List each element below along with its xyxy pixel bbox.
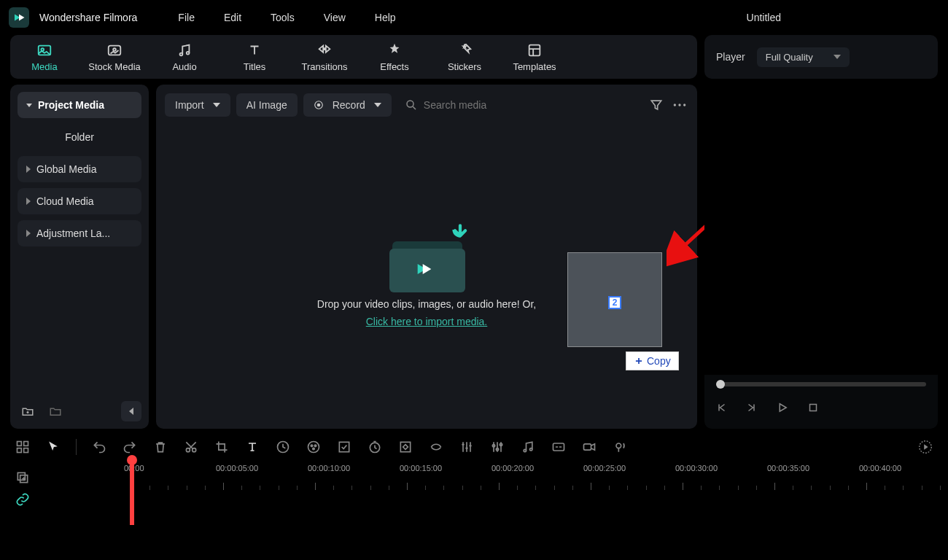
cursor-icon[interactable] (45, 439, 61, 455)
tab-templates[interactable]: Templates (506, 42, 563, 72)
ruler-label: 00:00:20:00 (492, 464, 534, 472)
svg-rect-17 (18, 448, 22, 453)
media-panel: Import AI Image Record (156, 85, 697, 429)
adjust-button[interactable] (459, 439, 475, 455)
menu-file[interactable]: File (166, 7, 206, 28)
add-track-button[interactable] (15, 470, 31, 486)
plus-icon (634, 356, 644, 366)
play-button[interactable] (774, 400, 790, 416)
chevron-right-icon (26, 230, 31, 237)
timeline-ruler[interactable]: 00:0000:00:05:0000:00:10:0000:00:15:0000… (124, 461, 948, 490)
delete-button[interactable] (152, 439, 168, 455)
svg-rect-28 (400, 442, 410, 451)
player-panel (704, 85, 938, 429)
timeline[interactable]: 00:0000:00:05:0000:00:10:0000:00:15:0000… (0, 461, 948, 526)
ribbon-tabs: Media Stock Media Audio Titles Transitio… (10, 35, 697, 79)
timeline-playhead[interactable] (130, 461, 134, 525)
import-illustration (386, 227, 467, 292)
next-frame-button[interactable] (744, 400, 760, 416)
svg-point-4 (180, 52, 183, 55)
new-bin-button[interactable] (45, 401, 66, 421)
sidebar-global-media[interactable]: Global Media (18, 156, 141, 182)
record-tool-button[interactable] (581, 439, 597, 455)
search-input[interactable] (424, 99, 634, 111)
document-title: Untitled (588, 12, 939, 23)
audio-tool-button[interactable] (520, 439, 536, 455)
voiceover-button[interactable] (612, 439, 628, 455)
prev-frame-button[interactable] (713, 400, 729, 416)
sidebar-folder[interactable]: Folder (18, 124, 141, 150)
crop-button[interactable] (214, 439, 230, 455)
tab-audio[interactable]: Audio (156, 42, 213, 72)
import-button[interactable]: Import (165, 93, 230, 117)
stop-button[interactable] (805, 400, 821, 416)
sidebar-project-media[interactable]: Project Media (18, 92, 141, 118)
ruler-tick (499, 483, 500, 490)
greenscreen-button[interactable] (336, 439, 352, 455)
ruler-tick (223, 483, 224, 490)
ruler-tick (591, 483, 591, 490)
media-toolbar: Import AI Image Record (156, 85, 697, 125)
ruler-label: 00:00:35:00 (767, 464, 809, 472)
color-button[interactable] (306, 439, 322, 455)
speed-button[interactable] (275, 439, 291, 455)
menu-edit[interactable]: Edit (212, 7, 253, 28)
text-button[interactable] (244, 439, 260, 455)
audio-icon (176, 42, 193, 58)
menu-help[interactable]: Help (363, 7, 408, 28)
keyframe-button[interactable] (397, 439, 413, 455)
media-icon (36, 42, 53, 58)
record-button[interactable]: Record (303, 93, 392, 117)
svg-point-33 (530, 448, 532, 451)
ruler-label: 00:00:25:00 (583, 464, 626, 472)
ai-image-label: AI Image (246, 99, 287, 111)
sidebar-cloud-media[interactable]: Cloud Media (18, 188, 141, 214)
menu-tools[interactable]: Tools (259, 7, 306, 28)
divider (76, 439, 77, 455)
tab-titles[interactable]: Titles (226, 42, 283, 72)
filter-button[interactable] (648, 96, 665, 114)
ruler-label: 00:00:15:00 (400, 464, 442, 472)
cut-button[interactable] (183, 439, 199, 455)
titles-icon (246, 42, 263, 58)
collapse-sidebar-button[interactable] (121, 401, 141, 421)
render-button[interactable] (917, 439, 933, 455)
tab-stock-media[interactable]: Stock Media (86, 42, 143, 72)
tab-effects[interactable]: Effects (366, 42, 423, 72)
timer-button[interactable] (367, 439, 383, 455)
sidebar-adjustment-layer[interactable]: Adjustment La... (18, 220, 141, 246)
subtitle-button[interactable] (551, 439, 567, 455)
quality-select[interactable]: Full Quality (757, 47, 850, 67)
svg-rect-35 (584, 444, 591, 450)
svg-point-12 (683, 104, 685, 106)
player-progress[interactable] (716, 382, 926, 386)
effects-icon (386, 42, 403, 58)
undo-button[interactable] (91, 439, 107, 455)
motion-button[interactable] (428, 439, 444, 455)
mixer-button[interactable] (489, 439, 505, 455)
svg-rect-14 (810, 405, 817, 411)
stickers-icon (456, 42, 473, 58)
more-button[interactable] (671, 96, 688, 114)
chevron-down-icon (374, 103, 381, 107)
ai-image-button[interactable]: AI Image (236, 93, 298, 117)
apps-icon[interactable] (15, 439, 31, 455)
player-header: Player Full Quality (704, 35, 938, 79)
svg-point-23 (311, 445, 313, 447)
new-folder-button[interactable] (18, 401, 38, 421)
menu-view[interactable]: View (312, 7, 357, 28)
sidebar-project-media-label: Project Media (38, 99, 104, 111)
svg-point-22 (308, 442, 319, 453)
tab-media[interactable]: Media (16, 42, 73, 72)
redo-button[interactable] (122, 439, 138, 455)
playhead-handle[interactable] (716, 380, 725, 389)
import-link[interactable]: Click here to import media. (366, 316, 488, 327)
tab-stickers[interactable]: Stickers (436, 42, 493, 72)
svg-point-24 (314, 445, 316, 447)
tab-effects-label: Effects (380, 61, 409, 72)
templates-icon (527, 42, 543, 58)
svg-rect-34 (553, 443, 564, 451)
link-button[interactable] (15, 491, 31, 508)
tab-transitions[interactable]: Transitions (296, 42, 353, 72)
ruler-label: 00:00:05:00 (216, 464, 258, 472)
